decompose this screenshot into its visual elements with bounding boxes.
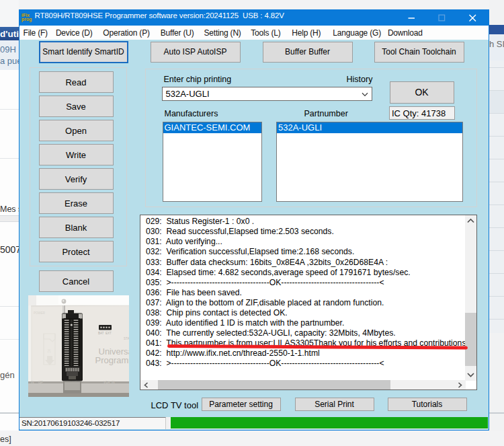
svg-text:VGA IN: VGA IN [103, 381, 115, 384]
svg-text:POWER: POWER [34, 311, 46, 315]
svg-text:BAT EXT: BAT EXT [98, 332, 112, 335]
svg-text:STAT: STAT [124, 337, 129, 340]
svg-text:IC: IC [47, 349, 51, 354]
svg-text:Programmer: Programmer [95, 355, 129, 365]
svg-text:IN ISP: IN ISP [31, 381, 43, 384]
